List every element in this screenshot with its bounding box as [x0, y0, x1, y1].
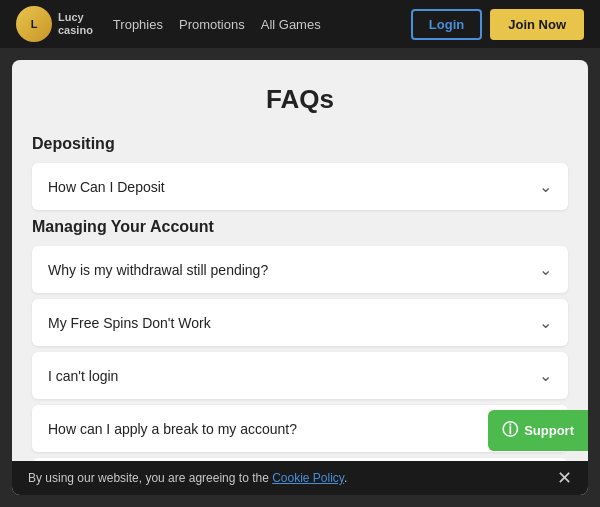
section-managing-account: Managing Your Account Why is my withdraw… [32, 218, 568, 495]
cookie-text: By using our website, you are agreeing t… [28, 471, 548, 485]
support-button[interactable]: ⓘ Support [488, 410, 588, 451]
navbar-right: Login Join Now [411, 9, 584, 40]
navbar-left: L Lucy casino Trophies Promotions All Ga… [16, 6, 321, 42]
nav-all-games[interactable]: All Games [261, 17, 321, 32]
faq-free-spins[interactable]: My Free Spins Don't Work ⌄ [32, 299, 568, 346]
faq-item-label: My Free Spins Don't Work [48, 315, 211, 331]
cookie-banner: By using our website, you are agreeing t… [12, 461, 588, 495]
logo-text: Lucy casino [58, 11, 93, 37]
faq-item-label: How Can I Deposit [48, 179, 165, 195]
chevron-down-icon: ⌄ [539, 313, 552, 332]
cookie-policy-link[interactable]: Cookie Policy [272, 471, 344, 485]
chevron-down-icon: ⌄ [539, 366, 552, 385]
nav-links: Trophies Promotions All Games [113, 17, 321, 32]
logo-icon: L [16, 6, 52, 42]
cookie-close-button[interactable]: ✕ [557, 467, 572, 489]
section-heading-managing: Managing Your Account [32, 218, 568, 236]
chevron-down-icon: ⌄ [539, 260, 552, 279]
navbar: L Lucy casino Trophies Promotions All Ga… [0, 0, 600, 48]
cookie-message: By using our website, you are agreeing t… [28, 471, 269, 485]
login-button[interactable]: Login [411, 9, 482, 40]
nav-promotions[interactable]: Promotions [179, 17, 245, 32]
nav-trophies[interactable]: Trophies [113, 17, 163, 32]
support-icon: ⓘ [502, 420, 518, 441]
faq-item-label: I can't login [48, 368, 118, 384]
logo-initials: L [31, 18, 38, 30]
page-title: FAQs [32, 84, 568, 115]
faq-cant-login[interactable]: I can't login ⌄ [32, 352, 568, 399]
section-heading-depositing: Depositing [32, 135, 568, 153]
section-depositing: Depositing How Can I Deposit ⌄ [32, 135, 568, 210]
support-label: Support [524, 423, 574, 438]
faq-withdrawal-pending[interactable]: Why is my withdrawal still pending? ⌄ [32, 246, 568, 293]
chevron-down-icon: ⌄ [539, 177, 552, 196]
main-content: FAQs Depositing How Can I Deposit ⌄ Mana… [12, 60, 588, 495]
faq-item-label: Why is my withdrawal still pending? [48, 262, 268, 278]
faq-item-label: How can I apply a break to my account? [48, 421, 297, 437]
join-button[interactable]: Join Now [490, 9, 584, 40]
logo[interactable]: L Lucy casino [16, 6, 93, 42]
faq-how-can-i-deposit[interactable]: How Can I Deposit ⌄ [32, 163, 568, 210]
